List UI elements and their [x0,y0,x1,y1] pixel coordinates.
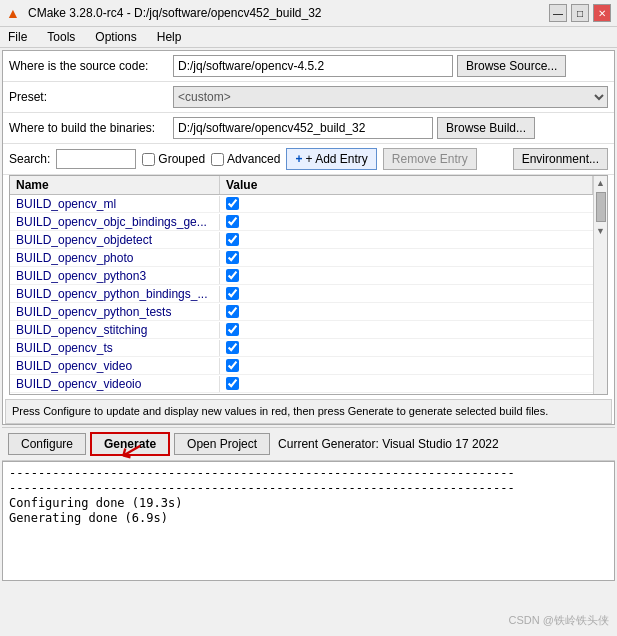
output-line: Configuring done (19.3s) [9,496,608,510]
plus-icon: + [295,152,302,166]
entry-checkbox[interactable] [226,233,239,246]
scrollbar-up-arrow[interactable]: ▲ [594,176,607,190]
maximize-button[interactable]: □ [571,4,589,22]
entries-table-scroll[interactable]: Name Value BUILD_opencv_mlBUILD_opencv_o… [10,176,593,394]
title-bar: ▲ CMake 3.28.0-rc4 - D:/jq/software/open… [0,0,617,27]
cell-name: BUILD_opencv_ts [10,340,220,356]
table-row[interactable]: BUILD_opencv_stitching [10,321,593,339]
configure-button[interactable]: Configure [8,433,86,455]
table-body: BUILD_opencv_mlBUILD_opencv_objc_binding… [10,195,593,394]
advanced-checkbox-label[interactable]: Advanced [211,152,280,166]
scrollbar-thumb[interactable] [596,192,606,222]
table-row[interactable]: BUILD_opencv_videoio [10,375,593,393]
status-bar: Press Configure to update and display ne… [5,399,612,424]
source-row: Where is the source code: Browse Source.… [3,51,614,82]
cell-name: BUILD_opencv_photo [10,250,220,266]
build-label: Where to build the binaries: [9,121,169,135]
entry-checkbox[interactable] [226,323,239,336]
cell-value[interactable] [220,322,593,337]
preset-label: Preset: [9,90,169,104]
search-row: Search: Grouped Advanced + + Add Entry R… [3,144,614,175]
cell-name: BUILD_opencv_videoio [10,376,220,392]
entry-checkbox[interactable] [226,215,239,228]
cell-value[interactable] [220,340,593,355]
cell-value[interactable] [220,304,593,319]
browse-source-button[interactable]: Browse Source... [457,55,566,77]
entry-checkbox[interactable] [226,287,239,300]
source-input[interactable] [173,55,453,77]
source-label: Where is the source code: [9,59,169,73]
current-generator-label: Current Generator: Visual Studio 17 2022 [278,437,499,451]
table-row[interactable]: BUILD_opencv_objdetect [10,231,593,249]
grouped-checkbox-label[interactable]: Grouped [142,152,205,166]
table-row[interactable]: BUILD_opencv_photo [10,249,593,267]
build-input[interactable] [173,117,433,139]
cell-value[interactable] [220,268,593,283]
open-project-button[interactable]: Open Project [174,433,270,455]
menu-help[interactable]: Help [153,29,186,45]
cell-name: BUILD_opencv_python_tests [10,304,220,320]
output-line: Generating done (6.9s) [9,511,608,525]
main-area: Where is the source code: Browse Source.… [2,50,615,425]
generate-button[interactable]: Generate [90,432,170,456]
build-row: Where to build the binaries: Browse Buil… [3,113,614,144]
entry-checkbox[interactable] [226,377,239,390]
scrollbar-down-arrow[interactable]: ▼ [594,224,607,238]
remove-entry-button[interactable]: Remove Entry [383,148,477,170]
minimize-button[interactable]: — [549,4,567,22]
entry-checkbox[interactable] [226,305,239,318]
watermark: CSDN @铁岭铁头侠 [509,613,609,628]
entry-checkbox[interactable] [226,197,239,210]
output-line: ----------------------------------------… [9,481,608,495]
cell-name: BUILD_opencv_ml [10,196,220,212]
menu-file[interactable]: File [4,29,31,45]
cell-name: BUILD_opencv_python3 [10,268,220,284]
table-row[interactable]: BUILD_opencv_python_bindings_... [10,285,593,303]
entry-checkbox[interactable] [226,251,239,264]
cell-value[interactable] [220,376,593,391]
table-row[interactable]: BUILD_opencv_python3 [10,267,593,285]
browse-build-button[interactable]: Browse Build... [437,117,535,139]
th-name: Name [10,176,220,194]
cell-value[interactable] [220,250,593,265]
table-row[interactable]: BUILD_opencv_ml [10,195,593,213]
entry-checkbox[interactable] [226,269,239,282]
table-scrollbar[interactable]: ▲ ▼ [593,176,607,394]
entry-checkbox[interactable] [226,359,239,372]
table-row[interactable]: BUILD_opencv_video [10,357,593,375]
output-line: ----------------------------------------… [9,466,608,480]
menu-tools[interactable]: Tools [43,29,79,45]
cell-name: BUILD_opencv_stitching [10,322,220,338]
search-input[interactable] [56,149,136,169]
entry-checkbox[interactable] [226,341,239,354]
cell-name: BUILD_opencv_video [10,358,220,374]
environment-button[interactable]: Environment... [513,148,608,170]
preset-select[interactable]: <custom> [173,86,608,108]
menu-options[interactable]: Options [91,29,140,45]
cell-value[interactable] [220,214,593,229]
table-header-row: Name Value [10,176,593,195]
search-label: Search: [9,152,50,166]
table-row[interactable]: BUILD_opencv_world [10,393,593,394]
app-logo: ▲ [6,5,22,21]
bottom-buttons: Configure Generate ↙ Open Project Curren… [2,427,615,461]
advanced-checkbox[interactable] [211,153,224,166]
preset-row: Preset: <custom> [3,82,614,113]
cell-name: BUILD_opencv_objdetect [10,232,220,248]
close-button[interactable]: ✕ [593,4,611,22]
cell-name: BUILD_opencv_world [10,394,220,395]
grouped-checkbox[interactable] [142,153,155,166]
add-entry-button[interactable]: + + Add Entry [286,148,376,170]
cell-value[interactable] [220,358,593,373]
cell-value[interactable] [220,232,593,247]
cell-value[interactable] [220,286,593,301]
output-area[interactable]: ----------------------------------------… [2,461,615,581]
table-row[interactable]: BUILD_opencv_python_tests [10,303,593,321]
table-row[interactable]: BUILD_opencv_ts [10,339,593,357]
title-bar-text: CMake 3.28.0-rc4 - D:/jq/software/opencv… [28,6,543,20]
cell-name: BUILD_opencv_python_bindings_... [10,286,220,302]
title-bar-controls: — □ ✕ [549,4,611,22]
cell-value[interactable] [220,196,593,211]
table-row[interactable]: BUILD_opencv_objc_bindings_ge... [10,213,593,231]
cell-name: BUILD_opencv_objc_bindings_ge... [10,214,220,230]
